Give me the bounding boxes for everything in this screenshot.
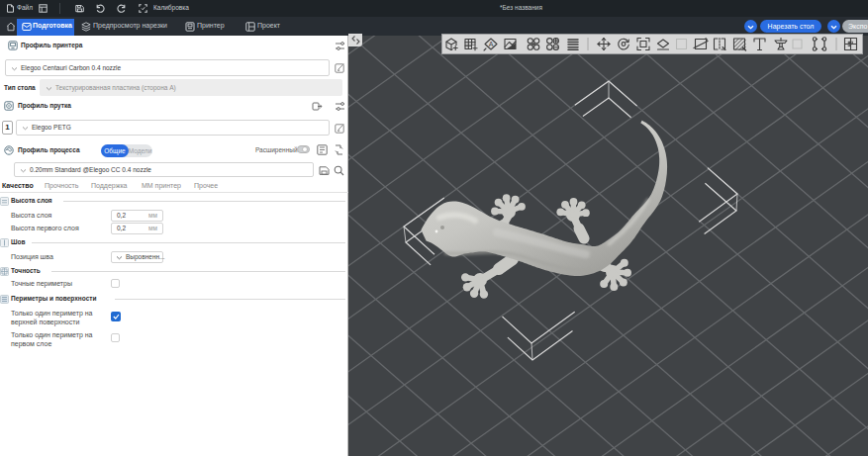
svg-text:A: A xyxy=(489,41,494,47)
